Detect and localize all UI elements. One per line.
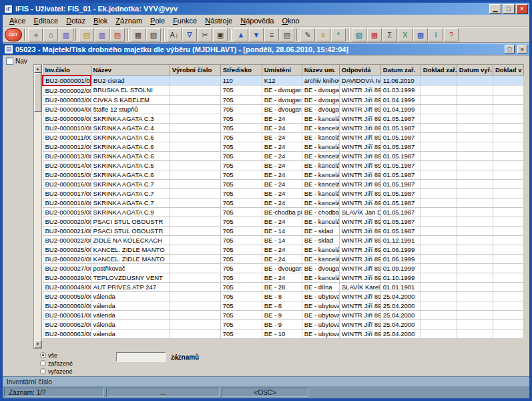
table-cell[interactable]: 25.04.2000	[380, 310, 421, 319]
table-cell[interactable]: BU2-0000013/000	[43, 151, 91, 160]
table-cell[interactable]: BU2-0000016/000	[43, 179, 91, 188]
table-cell[interactable]: BE - dvougaráž	[262, 104, 302, 114]
table-cell[interactable]: BE - 9	[262, 319, 302, 329]
table-cell[interactable]: 01.04.1999	[380, 95, 421, 104]
table-cell[interactable]	[493, 329, 523, 338]
table-cell[interactable]: BU2-0000029/000	[43, 273, 91, 282]
table-cell[interactable]: BU2-0000063/000	[43, 329, 91, 338]
table-cell[interactable]: BE - dvougará	[302, 263, 339, 273]
table-row[interactable]: BU2-0000011/000SKRINKA AGATA C.6705BE - …	[43, 132, 524, 142]
table-cell[interactable]: 01.01.1901	[380, 282, 421, 291]
open-form-icon[interactable]: ▤	[79, 28, 94, 41]
table-cell[interactable]: 01.12.1991	[380, 235, 421, 245]
table-cell[interactable]	[421, 179, 457, 188]
table-cell[interactable]: BE - kancelář	[302, 188, 339, 198]
table-cell[interactable]: BU2-0000062/000	[43, 319, 91, 329]
table-cell[interactable]: TEPLOVZDUSNY VENT	[91, 273, 170, 282]
table-cell[interactable]: AUT PRIVES ATP 247	[91, 282, 170, 291]
table-cell[interactable]: BE - 24	[262, 123, 302, 132]
table-cell[interactable]: 110	[220, 76, 262, 86]
table-cell[interactable]: BE - 24	[262, 198, 302, 207]
table-cell[interactable]	[170, 151, 220, 160]
table-cell[interactable]	[493, 235, 523, 245]
table-cell[interactable]: WINTR Jiří 8903	[339, 254, 380, 263]
table-cell[interactable]: WINTR Jiří 8903	[339, 188, 380, 198]
table-cell[interactable]	[170, 319, 220, 329]
table-cell[interactable]: WINTR Jiří 8903	[339, 123, 380, 132]
table-cell[interactable]: WINTR Jiří 8903	[339, 170, 380, 179]
table-cell[interactable]: BE - dvougaráž	[262, 263, 302, 273]
table-row[interactable]: BU2-0000014/000SKRINKA AGATA C.5705BE - …	[43, 160, 524, 170]
table-cell[interactable]	[170, 114, 220, 123]
minimize-button[interactable]: ▁	[489, 4, 501, 14]
table-cell[interactable]: 705	[220, 86, 262, 96]
table-cell[interactable]: KANCEL. ZIDLE MANTO	[91, 254, 170, 263]
table-cell[interactable]	[170, 329, 220, 338]
table-cell[interactable]: BE - 24	[262, 188, 302, 198]
table-row[interactable]: BU2-0000017/000SKRINKA AGATA C.7705BE - …	[43, 188, 524, 198]
calc-icon[interactable]: ▦	[413, 28, 428, 41]
table-cell[interactable]: archiv knihovn	[302, 76, 339, 86]
prev-record-icon[interactable]: ▲	[234, 28, 248, 41]
table-cell[interactable]: BE - sklad	[302, 226, 339, 235]
calendar-icon[interactable]: ▦	[367, 28, 382, 41]
table-cell[interactable]	[457, 301, 493, 310]
table-row[interactable]: BU2-0000012/000SKRINKA AGATA C.6705BE - …	[43, 142, 524, 151]
table-cell[interactable]: WINTR Jiří 8903	[339, 198, 380, 207]
table-cell[interactable]: 01.05.1987	[380, 151, 421, 160]
table-cell[interactable]: WINTR Jiří 8903	[339, 179, 380, 188]
table-cell[interactable]: 01.06.1999	[380, 254, 421, 263]
table-cell[interactable]	[170, 254, 220, 263]
table-row[interactable]: BU2-0000063/000válenda705BE - 10BE - uby…	[43, 329, 524, 338]
table-cell[interactable]: SKRINKA AGATA C.7	[91, 188, 170, 198]
table-cell[interactable]	[421, 170, 457, 179]
table-cell[interactable]: WINTR Jiří 8903	[339, 104, 380, 114]
table-cell[interactable]	[421, 245, 457, 254]
table-cell[interactable]: BE - kancelář	[302, 245, 339, 254]
table-cell[interactable]: BE - ubytovac	[302, 310, 339, 319]
table-cell[interactable]: 705	[220, 151, 262, 160]
table-row[interactable]: BU2-0000001/001BU2 cisrad110K12archiv kn…	[43, 76, 524, 86]
table-cell[interactable]: 705	[220, 263, 262, 273]
table-row[interactable]: BU2-0000009/000SKRINKA AGATA C.3705BE - …	[43, 114, 524, 123]
table-cell[interactable]: 705	[220, 132, 262, 142]
table-row[interactable]: BU2-0000021/000PSACI STUL OBOUSTR705BE -…	[43, 226, 524, 235]
table-cell[interactable]: BE - 8	[262, 291, 302, 301]
table-cell[interactable]	[493, 207, 523, 217]
copy-icon[interactable]: ▣	[213, 28, 228, 41]
table-cell[interactable]: 705	[220, 142, 262, 151]
table-cell[interactable]	[493, 226, 523, 235]
filter-radio-vse[interactable]: vše	[40, 352, 73, 359]
table-row[interactable]: BU2-0000013/000SKRINKA AGATA C.6705BE - …	[43, 151, 524, 160]
menu-item-dotaz[interactable]: Dotaz	[62, 16, 89, 25]
table-cell[interactable]: BU2-0000001/001	[43, 76, 91, 86]
scrollbar-track[interactable]	[34, 112, 41, 340]
table-cell[interactable]	[493, 179, 523, 188]
table-cell[interactable]: WINTR Jiří 8903	[339, 263, 380, 273]
table-cell[interactable]: BE - 24	[262, 151, 302, 160]
table-cell[interactable]	[493, 263, 523, 273]
table-cell[interactable]	[421, 319, 457, 329]
table-cell[interactable]	[170, 282, 220, 291]
table-cell[interactable]	[493, 76, 523, 86]
table-cell[interactable]: WINTR Jiří 8903	[339, 235, 380, 245]
table-cell[interactable]	[457, 273, 493, 282]
table-cell[interactable]	[493, 291, 523, 301]
table-cell[interactable]: WINTR Jiří 8903	[339, 245, 380, 254]
table-cell[interactable]	[457, 95, 493, 104]
table-cell[interactable]: DAVIDOVÁ Ivet	[339, 76, 380, 86]
table-cell[interactable]	[493, 301, 523, 310]
table-cell[interactable]: 01.05.1987	[380, 217, 421, 226]
table-cell[interactable]: BE - kancelář	[302, 142, 339, 151]
table-cell[interactable]	[421, 104, 457, 114]
table-cell[interactable]: 705	[220, 170, 262, 179]
table-cell[interactable]	[170, 142, 220, 151]
edit-icon[interactable]: ✎	[300, 28, 315, 41]
table-cell[interactable]: BE - 24	[262, 217, 302, 226]
table-cell[interactable]	[457, 151, 493, 160]
table-cell[interactable]: BE - dvougará	[302, 86, 339, 96]
table-cell[interactable]	[421, 132, 457, 142]
table-cell[interactable]: 01.05.1987	[380, 179, 421, 188]
table-cell[interactable]	[170, 160, 220, 170]
table-cell[interactable]: 01.05.1987	[380, 170, 421, 179]
